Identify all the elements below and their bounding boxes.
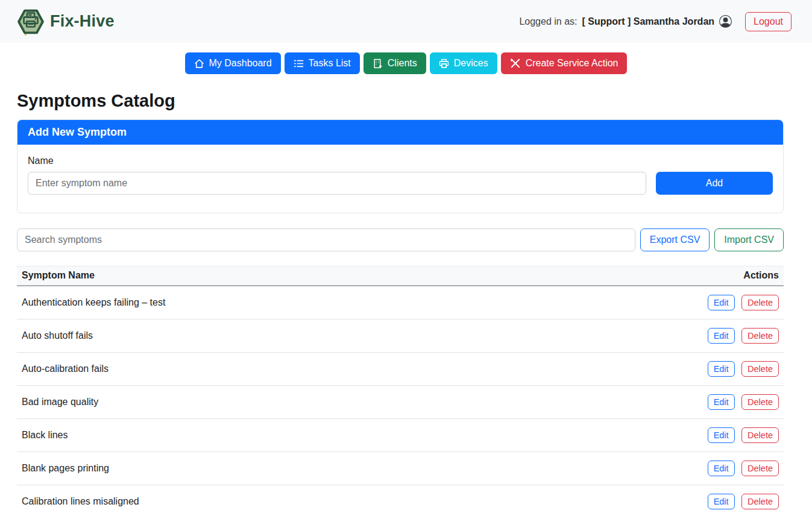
main-content: Symptoms Catalog Add New Symptom Name Ad… [17,91,784,516]
printer-icon [439,58,449,69]
add-symptom-card-header: Add New Symptom [17,120,783,145]
nav-clients-button[interactable]: Clients [364,52,426,74]
nav-create-service-action-button[interactable]: Create Service Action [501,52,628,74]
actions-cell: Edit Delete [703,286,784,319]
table-toolbar: Export CSV Import CSV [17,228,784,251]
edit-button[interactable]: Edit [708,461,735,476]
symptom-name-input[interactable] [28,172,646,195]
symptom-name-cell: Bad image quality [17,386,703,419]
table-header-row: Symptom Name Actions [17,266,784,286]
delete-button[interactable]: Delete [741,295,779,310]
delete-button[interactable]: Delete [741,427,779,443]
edit-button[interactable]: Edit [708,295,735,310]
add-symptom-card-body: Name Add [17,145,783,213]
table-row: Black lines Edit Delete [17,419,784,452]
column-actions: Actions [703,266,784,286]
table-row: Calibration lines misaligned Edit Delete [17,485,784,516]
edit-button[interactable]: Edit [708,361,735,377]
import-csv-button[interactable]: Import CSV [714,228,784,251]
name-label: Name [28,156,773,166]
symptom-name-cell: Auto-calibration fails [17,353,703,386]
symptom-name-cell: Authentication keeps failing – test [17,286,703,319]
delete-button[interactable]: Delete [741,361,779,377]
delete-button[interactable]: Delete [741,461,779,476]
symptom-name-cell: Auto shutoff fails [17,319,703,353]
delete-button[interactable]: Delete [741,394,779,410]
brand: Fix-Hive [17,7,115,37]
symptom-name-cell: Blank pages printing [17,452,703,485]
edit-button[interactable]: Edit [708,427,735,443]
actions-cell: Edit Delete [703,353,784,386]
symptom-name-cell: Black lines [17,419,703,452]
house-icon [194,58,204,69]
delete-button[interactable]: Delete [741,494,779,509]
delete-button[interactable]: Delete [741,328,779,344]
edit-button[interactable]: Edit [708,394,735,410]
nav-tasks-list-button[interactable]: Tasks List [285,52,360,74]
symptom-name-cell: Calibration lines misaligned [17,485,703,516]
actions-cell: Edit Delete [703,419,784,452]
search-input[interactable] [17,228,635,251]
top-bar: Fix-Hive Logged in as: [ Support ] Saman… [0,0,812,43]
task-list-icon [294,58,304,69]
column-symptom-name: Symptom Name [17,266,703,286]
table-row: Blank pages printing Edit Delete [17,452,784,485]
logout-button[interactable]: Logout [745,12,792,31]
table-row: Auto-calibration fails Edit Delete [17,353,784,386]
table-row: Auto shutoff fails Edit Delete [17,319,784,353]
add-symptom-card: Add New Symptom Name Add [17,119,784,213]
edit-button[interactable]: Edit [708,328,735,344]
actions-cell: Edit Delete [703,319,784,353]
actions-cell: Edit Delete [703,452,784,485]
main-nav: My Dashboard Tasks List Clients [0,52,812,74]
nav-my-dashboard-button[interactable]: My Dashboard [185,52,281,74]
add-button[interactable]: Add [656,172,773,195]
table-row: Authentication keeps failing – test Edit… [17,286,784,319]
nav-devices-button[interactable]: Devices [430,52,497,74]
actions-cell: Edit Delete [703,485,784,516]
actions-cell: Edit Delete [703,386,784,419]
person-circle-icon [719,15,732,28]
edit-button[interactable]: Edit [708,494,735,509]
logged-in-label: Logged in as: [519,16,577,27]
brand-name: Fix-Hive [50,12,115,31]
user-box: Logged in as: [ Support ] Samantha Jorda… [519,12,792,31]
logged-in-user: [ Support ] Samantha Jordan [582,16,714,27]
page-title: Symptoms Catalog [17,91,784,111]
tools-icon [510,58,521,69]
symptoms-table: Symptom Name Actions Authentication keep… [17,266,784,516]
building-add-icon [373,58,383,69]
export-csv-button[interactable]: Export CSV [640,228,710,251]
table-row: Bad image quality Edit Delete [17,386,784,419]
fix-hive-logo-icon [17,7,45,37]
